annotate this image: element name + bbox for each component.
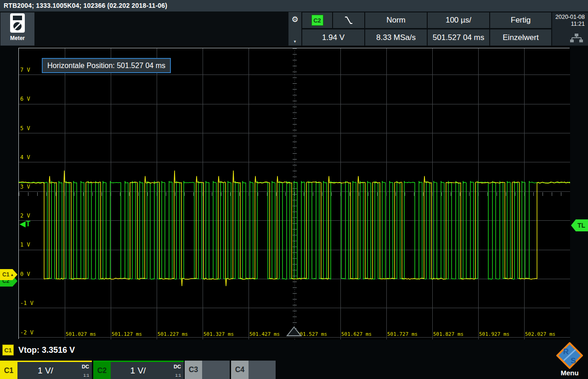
trigger-slope-cell[interactable] bbox=[333, 12, 364, 28]
menu-button-label: Menu bbox=[551, 369, 588, 377]
channel1-settings[interactable]: 1 V/ DC 1:1 bbox=[17, 362, 92, 379]
trigger-position-icon[interactable] bbox=[286, 326, 302, 337]
time-label: 501.427 ms bbox=[249, 331, 280, 337]
voltage-label: 7 V bbox=[20, 67, 30, 73]
marker-up-icon: ▲ bbox=[10, 273, 14, 277]
logo-letter-s: S bbox=[571, 356, 576, 365]
measurement-channel-badge: C1 bbox=[2, 345, 14, 356]
voltage-label: 6 V bbox=[20, 96, 30, 102]
channel1-button[interactable]: C1 1 V/ DC 1:1 bbox=[0, 361, 92, 379]
voltage-label: 1 V bbox=[20, 242, 30, 248]
channel2-scale: 1 V/ bbox=[111, 362, 165, 379]
time-label: 501.827 ms bbox=[433, 331, 464, 337]
channel2-settings[interactable]: 1 V/ DC 1:1 bbox=[111, 362, 184, 379]
trigger-level-flag-label: TL bbox=[577, 222, 585, 229]
top-toolbar: Meter ⚙ ▼ C2 Norm 100 µs/ Fertig 1.94 V … bbox=[0, 11, 588, 46]
trigger-source-cell[interactable]: C2 bbox=[302, 12, 332, 28]
trigger-level-marker[interactable]: ◀ T bbox=[20, 219, 30, 228]
caret-down-icon[interactable]: ▼ bbox=[293, 40, 297, 44]
voltage-label: 5 V bbox=[20, 126, 30, 132]
falling-edge-icon bbox=[344, 15, 354, 25]
measurement-value: Vtop: 3.3516 V bbox=[18, 345, 75, 356]
channel3-settings[interactable] bbox=[202, 361, 230, 379]
trigger-mode-cell[interactable]: Norm bbox=[365, 12, 427, 28]
horizontal-position-tooltip: Horizontale Position: 501.527 04 ms bbox=[42, 58, 171, 73]
meter-button-label: Meter bbox=[10, 35, 25, 41]
time-label: 501.327 ms bbox=[204, 331, 234, 337]
time-label: 501.727 ms bbox=[387, 331, 418, 337]
menu-button[interactable]: R S Menu bbox=[551, 342, 588, 379]
voltage-label: 0 V bbox=[20, 271, 30, 277]
date-text: 2020-01-08 bbox=[555, 14, 585, 21]
channel1-marker-label: C1 bbox=[2, 271, 9, 278]
channel1-tab[interactable]: C1 bbox=[0, 362, 17, 379]
channel2-probe: 1:1 bbox=[175, 373, 181, 378]
acquisition-mode-cell[interactable]: Einzelwert bbox=[490, 29, 551, 46]
channel2-tab[interactable]: C2 bbox=[93, 362, 111, 379]
channel1-scale: 1 V/ bbox=[17, 362, 74, 379]
time-label: 501.127 ms bbox=[112, 331, 142, 337]
network-icon bbox=[570, 34, 583, 43]
channel2-coupling: DC bbox=[174, 364, 181, 369]
time-label: 501.027 ms bbox=[66, 331, 96, 337]
meter-button[interactable]: Meter bbox=[0, 12, 34, 46]
device-title-bar: RTB2004; 1333.1005K04; 102366 (02.202 20… bbox=[0, 0, 588, 11]
horizontal-position-cell[interactable]: 501.527 04 ms bbox=[428, 29, 489, 46]
voltage-label: 2 V bbox=[20, 213, 30, 219]
voltage-label: -2 V bbox=[20, 330, 34, 336]
channel1-probe: 1:1 bbox=[83, 373, 89, 378]
trigger-source-badge: C2 bbox=[311, 15, 323, 26]
measurement-row: C1 Vtop: 3.3516 V bbox=[0, 343, 588, 359]
settings-strip[interactable]: ⚙ ▼ bbox=[288, 12, 301, 46]
acquisition-state-cell[interactable]: Fertig bbox=[490, 12, 551, 28]
waveform-display bbox=[18, 48, 570, 339]
time-text: 11:21 bbox=[555, 21, 585, 28]
trigger-arrow-icon: ◀ bbox=[20, 219, 25, 228]
logo-letter-r: R bbox=[563, 347, 569, 356]
channel3-button[interactable]: C3 bbox=[185, 361, 230, 379]
rs-logo-icon: R S bbox=[556, 342, 583, 369]
voltage-label: 3 V bbox=[20, 184, 30, 190]
waveform-canvas bbox=[19, 48, 570, 339]
time-label: 501.927 ms bbox=[479, 331, 509, 337]
sample-rate-cell[interactable]: 8.33 MSa/s bbox=[365, 29, 427, 46]
channel2-button[interactable]: C2 1 V/ DC 1:1 bbox=[93, 361, 184, 379]
time-label: 501.227 ms bbox=[158, 331, 188, 337]
trigger-level-flag[interactable]: TL bbox=[571, 219, 588, 231]
multimeter-icon bbox=[9, 12, 26, 34]
channel3-tab[interactable]: C3 bbox=[185, 361, 202, 379]
voltage-label: 4 V bbox=[20, 155, 30, 161]
timebase-cell[interactable]: 100 µs/ bbox=[428, 12, 489, 28]
time-label: 501.627 ms bbox=[341, 331, 372, 337]
channel4-tab[interactable]: C4 bbox=[231, 361, 249, 379]
trigger-marker-label: T bbox=[26, 220, 30, 228]
oscilloscope-screen: RTB2004; 1333.1005K04; 102366 (02.202 20… bbox=[0, 0, 588, 379]
datetime-panel[interactable]: 2020-01-08 11:21 bbox=[552, 12, 588, 46]
channel4-button[interactable]: C4 bbox=[231, 361, 276, 379]
channel4-settings[interactable] bbox=[249, 361, 276, 379]
channel1-coupling: DC bbox=[82, 364, 89, 369]
voltage-label: -1 V bbox=[20, 300, 34, 306]
trigger-level-cell[interactable]: 1.94 V bbox=[302, 29, 364, 46]
gear-icon[interactable]: ⚙ bbox=[291, 16, 298, 23]
time-label: 502.027 ms bbox=[525, 331, 555, 337]
